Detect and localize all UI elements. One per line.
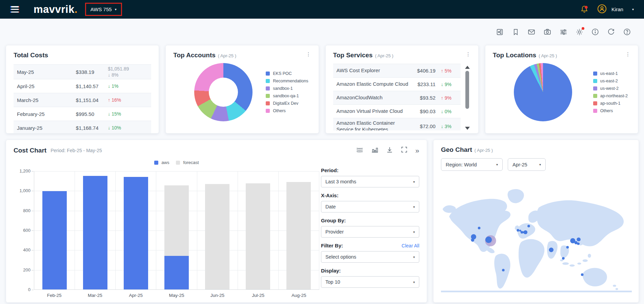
sliders-icon[interactable]: [559, 28, 567, 36]
map-region-marker[interactable]: [478, 227, 481, 229]
bar-aws[interactable]: [164, 256, 189, 289]
map-region-marker[interactable]: [581, 273, 584, 276]
x-axis-label: Apr-25: [116, 293, 156, 298]
refresh-icon[interactable]: [607, 28, 615, 36]
card-title: Cost Chart: [14, 147, 46, 154]
kebab-menu-icon[interactable]: ⋮: [306, 52, 311, 57]
bar-aws[interactable]: [124, 177, 148, 290]
bar-forecast[interactable]: [205, 184, 229, 289]
month-select[interactable]: Apr-25▾: [508, 158, 546, 171]
group-by-label: Group By:: [321, 218, 346, 223]
card-period: ( Apr-25 ): [375, 53, 393, 58]
group-by-select[interactable]: Provider▾: [321, 226, 419, 238]
map-region-marker[interactable]: [527, 225, 530, 227]
y-axis-label: 1,000: [19, 188, 31, 193]
share-icon[interactable]: [496, 28, 504, 36]
top-services-card: Top Services ( Apr-25 ) ⋮ AWS Cost Explo…: [325, 45, 479, 134]
region-select[interactable]: Region: World▾: [441, 158, 503, 171]
row-label: March-25: [17, 97, 76, 103]
bar-aws[interactable]: [42, 191, 67, 289]
bar-slot: [116, 171, 156, 289]
bar-aws[interactable]: [83, 176, 107, 289]
top-locations-legend: us-east-1us-east-2us-west-2ap-northeast-…: [593, 68, 628, 116]
card-title: Top Services: [333, 52, 373, 59]
legend-item: DigitalEx Dev: [266, 101, 308, 106]
user-menu-chevron-icon[interactable]: ▾: [632, 7, 634, 11]
charts-row: Cost Chart Period: Feb-25 - May-25 »: [6, 140, 638, 303]
legend-label: Recommendations: [273, 79, 308, 83]
display-select[interactable]: Top 10▾: [321, 276, 419, 288]
user-name[interactable]: Kiran: [611, 6, 623, 12]
map-region-marker[interactable]: [566, 246, 569, 249]
clear-all-link[interactable]: Clear All: [402, 243, 419, 248]
info-icon[interactable]: [591, 28, 599, 36]
bar-slot: [34, 171, 75, 289]
mail-icon[interactable]: [527, 28, 536, 36]
line-chart-toggle-icon[interactable]: [356, 146, 364, 155]
legend-item: EKS POC: [266, 71, 308, 76]
scroll-down-icon[interactable]: [465, 127, 470, 130]
top-accounts-donut-chart[interactable]: [194, 63, 253, 121]
map-region-marker[interactable]: [562, 257, 565, 260]
chevron-down-icon: ▾: [413, 230, 415, 234]
app-logo[interactable]: mavvrik.: [34, 3, 78, 16]
map-region-marker[interactable]: [577, 238, 581, 242]
card-title: Geo Chart: [441, 146, 472, 154]
menu-icon[interactable]: [10, 6, 19, 13]
account-selector[interactable]: AWS 755 ▾: [85, 3, 122, 16]
legend-item[interactable]: forecast: [176, 160, 199, 165]
legend-swatch: [593, 72, 597, 76]
row-change: ↑ 16%: [108, 97, 148, 103]
map-region-marker[interactable]: [471, 239, 475, 242]
scrollbar-thumb[interactable]: [465, 71, 469, 109]
fullscreen-icon[interactable]: [401, 146, 408, 155]
map-region-marker[interactable]: [577, 242, 580, 245]
legend-label: us-west-2: [600, 86, 619, 91]
map-region-marker[interactable]: [485, 237, 492, 243]
map-region-marker[interactable]: [549, 248, 554, 252]
card-period: ( Apr-25 ): [218, 53, 236, 58]
top-locations-pie-chart[interactable]: [514, 63, 572, 121]
bar-forecast[interactable]: [286, 182, 311, 289]
bar-slot: [197, 171, 238, 289]
chevron-down-icon: ▾: [115, 7, 117, 11]
scrollbar[interactable]: [465, 66, 470, 130]
world-map[interactable]: [441, 176, 631, 295]
bar-chart-toggle-icon[interactable]: [371, 146, 379, 155]
camera-icon[interactable]: [543, 28, 551, 36]
legend-swatch: [266, 86, 270, 90]
map-region-marker[interactable]: [471, 234, 476, 239]
map-region-marker[interactable]: [523, 230, 527, 235]
legend-label: EKS POC: [273, 71, 292, 76]
bookmark-icon[interactable]: [511, 28, 520, 36]
scroll-up-icon[interactable]: [465, 66, 470, 69]
map-region-marker[interactable]: [502, 269, 505, 271]
bar-forecast[interactable]: [246, 183, 270, 289]
top-locations-card: Top Locations ( Apr-25 ) ⋮ us-east-1us-e…: [485, 45, 638, 134]
legend-label: us-east-1: [600, 71, 618, 76]
map-region-marker[interactable]: [517, 229, 519, 232]
map-region-marker[interactable]: [519, 230, 521, 232]
legend-item: Recommendations: [266, 79, 308, 83]
legend-label: forecast: [183, 160, 199, 165]
legend-swatch: [176, 161, 180, 165]
chevron-down-icon: ▾: [413, 280, 415, 284]
user-avatar-icon[interactable]: [597, 4, 607, 15]
legend-item[interactable]: aws: [154, 160, 169, 165]
collapse-panel-icon[interactable]: »: [415, 147, 419, 154]
settings-gear-icon[interactable]: [575, 28, 583, 36]
x-axis-select[interactable]: Date▾: [321, 201, 419, 212]
row-value: $1,168.74: [76, 125, 108, 131]
legend-swatch: [593, 101, 597, 105]
kebab-menu-icon[interactable]: ⋮: [625, 52, 630, 57]
legend-swatch: [593, 94, 597, 98]
service-name: Amazon Elastic Container Service for Kub…: [337, 120, 411, 130]
help-icon[interactable]: [623, 28, 631, 36]
filter-by-select[interactable]: Select options▾: [321, 251, 419, 263]
notifications-bell-icon[interactable]: [580, 5, 588, 14]
period-select[interactable]: Last 3 months▾: [321, 176, 419, 187]
legend-item: Others: [593, 108, 628, 113]
kebab-menu-icon[interactable]: ⋮: [466, 52, 471, 57]
download-icon[interactable]: [386, 146, 393, 155]
legend-label: Others: [600, 108, 613, 113]
